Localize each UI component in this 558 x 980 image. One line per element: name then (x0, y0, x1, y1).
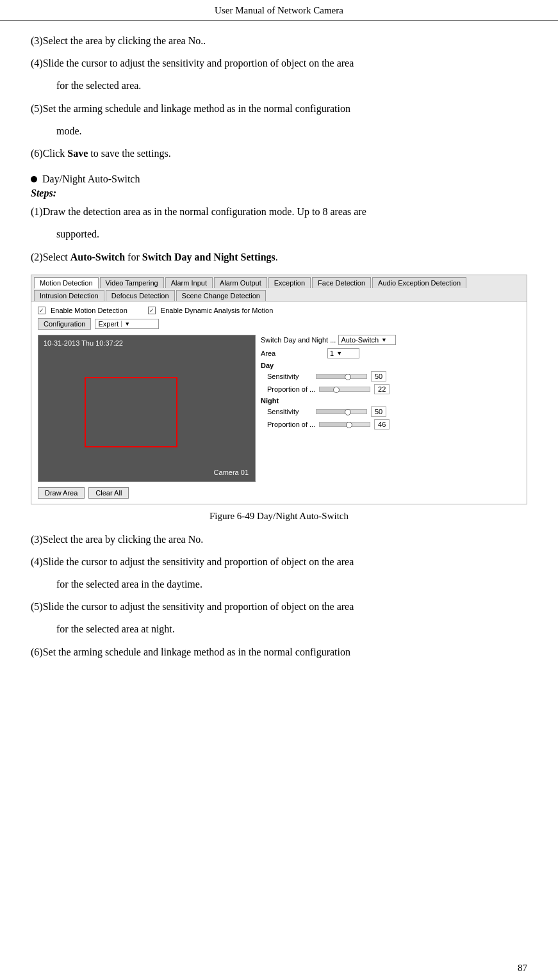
dn-step2-bold1: Auto-Switch (70, 252, 125, 262)
day-proportion-value: 22 (374, 384, 390, 394)
steps-label: Steps: (31, 188, 527, 199)
switch-day-night-select[interactable]: Auto-Switch ▼ (338, 335, 396, 345)
enable-motion-checkbox[interactable] (38, 307, 45, 314)
day-sensitivity-value: 50 (371, 371, 386, 382)
step5-main-text: (5)Set the arming schedule and linkage m… (31, 103, 350, 114)
tab-scene-change-detection[interactable]: Scene Change Detection (176, 290, 266, 301)
config-label: Configuration (38, 318, 91, 330)
a-step5-main-line: (5)Slide the cursor to adjust the sensit… (31, 598, 527, 615)
step4-main-text: (4)Slide the cursor to adjust the sensit… (31, 58, 354, 68)
step6-bold: Save (67, 148, 88, 159)
day-proportion-thumb[interactable] (333, 387, 340, 393)
step5-indent-line: mode. (31, 122, 527, 140)
page-header: User Manual of Network Camera (0, 0, 558, 20)
step4-indent-text: for the selected area. (56, 80, 141, 91)
night-proportion-thumb[interactable] (346, 422, 352, 428)
dn-step1-main: (1)Draw the detection area as in the nor… (31, 203, 527, 220)
draw-area-button[interactable]: Draw Area (38, 487, 85, 499)
a-step5-indent-line: for the selected area at night. (31, 620, 527, 638)
dn-step2-bold2: Switch Day and Night Settings (142, 252, 275, 262)
step5-indent-text: mode. (56, 125, 82, 136)
day-proportion-label: Proportion of ... (267, 385, 315, 393)
step4-indent-line: for the selected area. (31, 77, 527, 94)
tab-video-tampering[interactable]: Video Tampering (100, 277, 164, 288)
step6-line: (6)Click Save to save the settings. (31, 145, 527, 162)
page-number: 87 (518, 963, 527, 974)
a-step5-indent-text: for the selected area at night. (56, 623, 175, 634)
tab-face-detection[interactable]: Face Detection (312, 277, 371, 288)
dn-step2-line: (2)Select Auto-Switch for Switch Day and… (31, 248, 527, 266)
a-step4-indent-text: for the selected area in the daytime. (56, 579, 202, 590)
dn-step1-main-text: (1)Draw the detection area as in the nor… (31, 206, 366, 217)
night-proportion-slider[interactable] (319, 422, 370, 427)
a-step4-main-text: (4)Slide the cursor to adjust the sensit… (31, 556, 354, 567)
area-select[interactable]: 1 ▼ (327, 348, 359, 358)
a-step6-text: (6)Set the arming schedule and linkage m… (31, 647, 350, 657)
step3-text: (3)Select the area by clicking the area … (31, 35, 206, 46)
area-arrow: ▼ (336, 350, 342, 357)
night-sensitivity-row: Sensitivity 50 (261, 406, 520, 417)
tab-alarm-input[interactable]: Alarm Input (165, 277, 213, 288)
a-step3-text: (3)Select the area by clicking the area … (31, 534, 203, 545)
tab-audio-exception[interactable]: Audio Exception Detection (372, 277, 466, 288)
day-proportion-row: Proportion of ... 22 (261, 384, 520, 394)
day-section-header: Day (261, 362, 520, 369)
tab-alarm-output[interactable]: Alarm Output (214, 277, 267, 288)
night-sensitivity-slider[interactable] (316, 409, 367, 414)
switch-day-night-label: Switch Day and Night ... (261, 336, 336, 344)
area-value: 1 (330, 349, 334, 357)
a-step4-indent-line: for the selected area in the daytime. (31, 575, 527, 593)
step6-pre: (6)Click (31, 148, 67, 159)
ui-tabs-row2: Intrusion Detection Defocus Detection Sc… (31, 288, 527, 301)
tab-motion-detection[interactable]: Motion Detection (34, 277, 99, 289)
detection-area-rect (85, 377, 177, 447)
step6-post: to save the settings. (88, 148, 170, 159)
day-sensitivity-row: Sensitivity 50 (261, 371, 520, 382)
enable-checkboxes-row: Enable Motion Detection Enable Dynamic A… (38, 307, 520, 314)
switch-day-night-arrow: ▼ (381, 337, 387, 343)
ui-tabs-row1: Motion Detection Video Tampering Alarm I… (31, 275, 527, 289)
dn-step1-indent: supported. (31, 225, 527, 243)
video-camera-label: Camera 01 (214, 469, 249, 476)
tab-defocus-detection[interactable]: Defocus Detection (106, 290, 175, 301)
day-sensitivity-label: Sensitivity (267, 373, 312, 380)
a-step5-main-text: (5)Slide the cursor to adjust the sensit… (31, 601, 354, 612)
switch-day-night-value: Auto-Switch (341, 336, 379, 344)
night-sensitivity-label: Sensitivity (267, 408, 312, 415)
switch-day-night-row: Switch Day and Night ... Auto-Switch ▼ (261, 335, 520, 345)
step5-main-line: (5)Set the arming schedule and linkage m… (31, 100, 527, 117)
enable-motion-label: Enable Motion Detection (51, 307, 127, 314)
tab-exception[interactable]: Exception (268, 277, 311, 288)
area-label: Area (261, 349, 325, 357)
day-sensitivity-slider[interactable] (316, 374, 367, 379)
night-proportion-row: Proportion of ... 46 (261, 419, 520, 430)
config-row: Configuration Expert ▼ (38, 318, 520, 330)
ui-screenshot: Motion Detection Video Tampering Alarm I… (31, 275, 527, 504)
day-proportion-slider[interactable] (319, 387, 370, 392)
bullet-dot (31, 176, 37, 182)
night-sensitivity-value: 50 (371, 406, 386, 417)
a-step6-line: (6)Set the arming schedule and linkage m… (31, 643, 527, 661)
enable-dynamic-checkbox[interactable] (148, 307, 156, 314)
step4-main-line: (4)Slide the cursor to adjust the sensit… (31, 54, 527, 72)
ui-main-area: 10-31-2013 Thu 10:37:22 Camera 01 Switch… (38, 335, 520, 482)
bullet-title: Day/Night Auto-Switch (42, 173, 140, 185)
config-select[interactable]: Expert ▼ (95, 319, 159, 329)
tab-intrusion-detection[interactable]: Intrusion Detection (34, 290, 104, 301)
clear-all-button[interactable]: Clear All (88, 487, 129, 499)
header-title: User Manual of Network Camera (215, 5, 343, 15)
bullet-section: Day/Night Auto-Switch (31, 173, 527, 185)
night-proportion-value: 46 (374, 419, 390, 430)
a-step4-main-line: (4)Slide the cursor to adjust the sensit… (31, 553, 527, 570)
dn-step1-indent-text: supported. (56, 229, 99, 239)
config-select-arrow: ▼ (121, 321, 130, 327)
night-section-header: Night (261, 397, 520, 405)
ui-buttons-row: Draw Area Clear All (38, 487, 520, 499)
area-row: Area 1 ▼ (261, 348, 520, 358)
ui-right-panel: Switch Day and Night ... Auto-Switch ▼ A… (261, 335, 520, 482)
step3-line: (3)Select the area by clicking the area … (31, 32, 527, 49)
ui-body: Enable Motion Detection Enable Dynamic A… (31, 301, 527, 504)
day-sensitivity-thumb[interactable] (345, 374, 351, 380)
figure-caption: Figure 6-49 Day/Night Auto-Switch (31, 511, 527, 522)
night-sensitivity-thumb[interactable] (345, 409, 351, 415)
